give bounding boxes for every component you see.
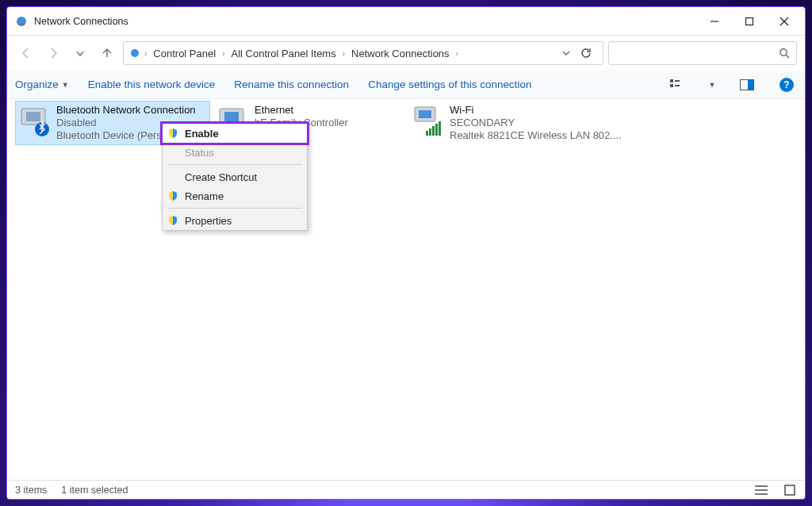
address-chevron-down-icon[interactable] bbox=[561, 48, 571, 58]
search-icon bbox=[779, 48, 790, 59]
context-menu-label: Rename bbox=[185, 190, 224, 202]
context-menu-label: Create Shortcut bbox=[185, 171, 257, 183]
explorer-window: Network Connections › Cont bbox=[6, 6, 806, 500]
shield-icon bbox=[167, 190, 178, 201]
chevron-right-icon: › bbox=[222, 49, 224, 58]
connection-status: SECONDARY bbox=[450, 117, 622, 129]
context-menu-status: Status bbox=[163, 143, 307, 162]
context-menu-properties[interactable]: Properties bbox=[163, 211, 307, 230]
network-adapter-icon bbox=[18, 104, 52, 137]
svg-line-8 bbox=[786, 55, 789, 58]
context-menu-label: Status bbox=[185, 147, 214, 159]
window-icon bbox=[15, 15, 28, 28]
svg-rect-23 bbox=[429, 128, 431, 136]
search-box[interactable] bbox=[608, 41, 797, 65]
chevron-down-icon: ▼ bbox=[62, 81, 69, 89]
shield-icon bbox=[167, 128, 178, 139]
connection-wifi[interactable]: Wi-Fi SECONDARY Realtek 8821CE Wireless … bbox=[408, 101, 622, 145]
selection-count: 1 item selected bbox=[61, 485, 128, 496]
chevron-right-icon: › bbox=[456, 49, 458, 58]
chevron-right-icon: › bbox=[144, 49, 147, 58]
change-settings-command[interactable]: Change settings of this connection bbox=[368, 79, 531, 90]
content-area[interactable]: Bluetooth Network Connection Disabled Bl… bbox=[7, 99, 805, 480]
context-menu: Enable Status Create Shortcut Rename bbox=[162, 123, 308, 231]
view-dropdown[interactable]: ▼ bbox=[707, 75, 718, 95]
item-count: 3 items bbox=[15, 485, 47, 496]
menu-separator bbox=[167, 208, 302, 209]
network-adapter-icon bbox=[412, 104, 445, 137]
svg-rect-26 bbox=[439, 121, 441, 136]
address-icon bbox=[128, 47, 141, 59]
close-button[interactable] bbox=[767, 10, 802, 33]
navbar: › Control Panel › All Control Panel Item… bbox=[7, 36, 805, 71]
window-title: Network Connections bbox=[34, 16, 128, 27]
breadcrumb-control-panel[interactable]: Control Panel bbox=[150, 46, 219, 61]
svg-rect-3 bbox=[746, 17, 753, 25]
connection-name: Wi-Fi bbox=[450, 104, 622, 117]
svg-rect-25 bbox=[435, 124, 438, 136]
refresh-button[interactable] bbox=[574, 41, 598, 65]
svg-point-6 bbox=[131, 49, 139, 57]
address-bar[interactable]: › Control Panel › All Control Panel Item… bbox=[123, 41, 603, 65]
connection-name: Ethernet bbox=[255, 104, 348, 117]
connection-device: Realtek 8821CE Wireless LAN 802.... bbox=[450, 129, 622, 142]
context-menu-enable[interactable]: Enable bbox=[160, 121, 309, 145]
up-button[interactable] bbox=[96, 42, 118, 64]
breadcrumb-all-items[interactable]: All Control Panel Items bbox=[228, 46, 339, 61]
preview-pane-button[interactable] bbox=[737, 75, 757, 95]
context-menu-label: Enable bbox=[185, 128, 219, 140]
maximize-button[interactable] bbox=[732, 10, 767, 33]
command-bar: Organize ▼ Enable this network device Re… bbox=[7, 71, 805, 99]
svg-rect-19 bbox=[224, 112, 239, 121]
svg-rect-1 bbox=[18, 24, 25, 25]
large-icons-view-button[interactable] bbox=[783, 483, 797, 497]
menu-separator bbox=[167, 164, 302, 165]
details-view-button[interactable] bbox=[754, 483, 768, 497]
view-options-button[interactable] bbox=[667, 75, 688, 95]
minimize-button[interactable] bbox=[697, 10, 732, 33]
svg-rect-10 bbox=[670, 84, 673, 87]
shield-icon bbox=[167, 215, 178, 226]
enable-device-command[interactable]: Enable this network device bbox=[88, 79, 216, 90]
back-button[interactable] bbox=[15, 42, 37, 64]
forward-button[interactable] bbox=[42, 42, 64, 64]
help-button[interactable]: ? bbox=[776, 75, 797, 95]
organize-menu[interactable]: Organize ▼ bbox=[15, 79, 69, 90]
context-menu-label: Properties bbox=[185, 215, 232, 227]
svg-rect-16 bbox=[26, 112, 40, 121]
breadcrumb-network-connections[interactable]: Network Connections bbox=[348, 46, 453, 61]
status-bar: 3 items 1 item selected bbox=[7, 480, 805, 499]
svg-rect-22 bbox=[426, 131, 428, 136]
titlebar: Network Connections bbox=[7, 7, 805, 36]
svg-rect-30 bbox=[785, 485, 795, 495]
svg-point-7 bbox=[780, 49, 787, 56]
connection-name: Bluetooth Network Connection bbox=[56, 104, 196, 117]
svg-rect-9 bbox=[670, 79, 673, 82]
svg-rect-21 bbox=[419, 110, 431, 118]
chevron-right-icon: › bbox=[343, 49, 345, 58]
organize-label: Organize bbox=[15, 79, 59, 90]
context-menu-rename[interactable]: Rename bbox=[163, 186, 307, 205]
context-menu-create-shortcut[interactable]: Create Shortcut bbox=[163, 167, 307, 186]
svg-rect-14 bbox=[748, 80, 753, 90]
rename-connection-command[interactable]: Rename this connection bbox=[234, 79, 349, 90]
svg-rect-24 bbox=[432, 126, 435, 136]
recent-dropdown[interactable] bbox=[69, 42, 91, 64]
